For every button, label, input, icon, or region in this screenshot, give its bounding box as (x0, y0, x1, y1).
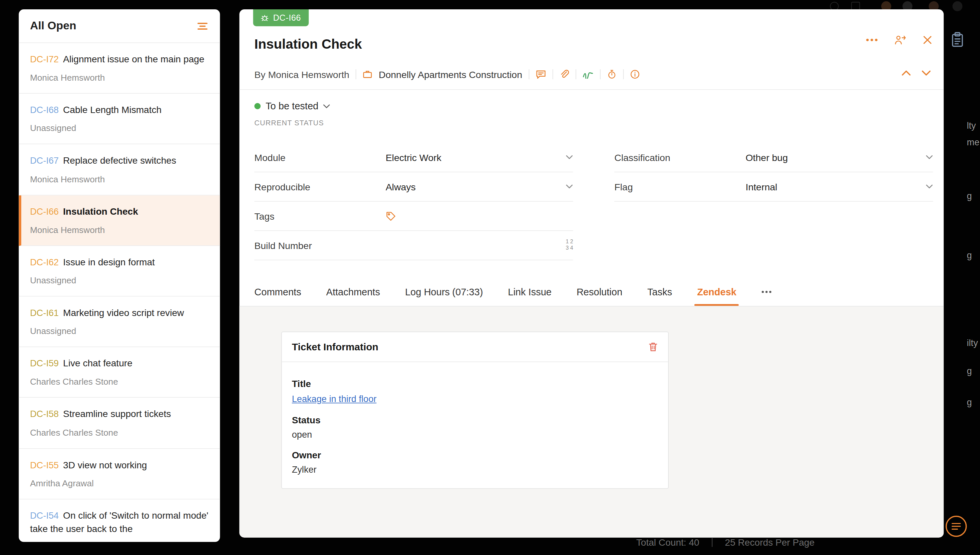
chevron-up-icon[interactable] (901, 70, 911, 76)
tab-log-hours[interactable]: Log Hours(07:33) (405, 278, 483, 306)
issue-id: DC-I67 (30, 156, 59, 166)
issue-title: 3D view not working (63, 459, 147, 470)
issue-id: DC-I68 (30, 105, 59, 115)
tab-link-issue[interactable]: Link Issue (508, 278, 552, 306)
paperclip-icon[interactable] (559, 69, 569, 79)
chevron-down-icon[interactable] (925, 155, 933, 160)
zendesk-ticket-card: Ticket Information Title Leakage in thir… (281, 332, 669, 489)
reporter: By Monica Hemsworth (254, 69, 349, 80)
bug-icon (261, 14, 269, 22)
issue-list-item[interactable]: DC-I67Replace defective switches Monica … (19, 144, 220, 195)
issue-assignee: Monica Hemsworth (30, 173, 209, 185)
issue-assignee: Charles Charles Stone (30, 427, 209, 438)
fields-left-column: Module Electric Work Reproducible Always… (254, 143, 573, 260)
status-label: To be tested (266, 101, 318, 112)
close-icon[interactable] (923, 35, 933, 45)
feedback-icon (951, 523, 961, 530)
field-label: Flag (614, 181, 745, 192)
sidebar-header: All Open (19, 9, 220, 43)
issue-list-item[interactable]: DC-I59Live chat feature Charles Charles … (19, 347, 220, 398)
issue-id: DC-I54 (30, 511, 59, 521)
issue-key: DC-I66 (273, 13, 301, 22)
ticket-card-title: Ticket Information (292, 341, 378, 353)
chevron-down-icon (323, 104, 330, 108)
field-value: Other bug (745, 152, 925, 163)
field-label: Classification (614, 152, 745, 163)
edge-text-fragment: g (967, 366, 972, 376)
comment-icon[interactable] (535, 69, 546, 80)
issue-assignee: Unassigned (30, 325, 209, 337)
chevron-down-icon[interactable] (566, 155, 573, 160)
status-caption: CURRENT STATUS (254, 119, 323, 127)
share-icon[interactable] (894, 34, 906, 46)
field-value: Electric Work (386, 152, 566, 163)
filter-icon[interactable] (196, 20, 209, 32)
tab-tasks[interactable]: Tasks (647, 278, 672, 306)
field-row-classification[interactable]: Classification Other bug (614, 143, 933, 172)
issue-list-item[interactable]: DC-I54On click of 'Switch to normal mode… (19, 499, 220, 542)
divider (529, 69, 529, 79)
issue-assignee: Monica Hemsworth (30, 72, 209, 83)
ticket-field-value: Zylker (292, 465, 658, 475)
issue-list-item[interactable]: DC-I61Marketing video script review Unas… (19, 297, 220, 347)
issue-list-item[interactable]: DC-I72Alignment issue on the main page M… (19, 43, 220, 94)
tab-attachments[interactable]: Attachments (326, 278, 380, 306)
numbers-icon[interactable]: 1 2 3 4 (566, 239, 573, 252)
tab-label: Zendesk (697, 286, 736, 298)
ticket-title-link[interactable]: Leakage in third floor (292, 394, 377, 404)
project-name[interactable]: Donnelly Apartments Construction (379, 69, 522, 80)
chevron-down-icon[interactable] (921, 70, 931, 76)
more-icon[interactable] (866, 38, 878, 42)
field-row-build-number[interactable]: Build Number 1 2 3 4 (254, 231, 573, 260)
divider (575, 69, 576, 79)
chevron-down-icon[interactable] (925, 184, 933, 189)
dimmed-topbar (0, 0, 980, 9)
field-row-tags[interactable]: Tags (254, 202, 573, 231)
trash-icon[interactable] (648, 342, 658, 352)
tab-comments[interactable]: Comments (254, 278, 301, 306)
field-label: Module (254, 152, 385, 163)
field-value: Always (386, 181, 566, 192)
field-label: Tags (254, 211, 385, 221)
field-label: Reproducible (254, 181, 385, 192)
status-dropdown[interactable]: To be tested (254, 101, 330, 112)
header-actions (866, 34, 932, 46)
dimmed-pagination-bar: Total Count: 40 25 Records Per Page (636, 537, 814, 548)
divider (356, 69, 356, 79)
divider (712, 538, 712, 547)
issue-byline: By Monica Hemsworth Donnelly Apartments … (254, 67, 640, 82)
page-title: Insulation Check (254, 37, 362, 53)
ticket-field-status: Status open (292, 415, 658, 440)
issue-list-item[interactable]: DC-I58Streamline support tickets Charles… (19, 398, 220, 449)
tag-icon[interactable] (386, 211, 573, 221)
issue-list-item[interactable]: DC-I62Issue in design format Unassigned (19, 245, 220, 296)
issue-id: DC-I59 (30, 358, 59, 368)
info-icon[interactable] (630, 69, 640, 79)
tab-label: Comments (254, 286, 301, 298)
issue-title: Replace defective switches (63, 155, 176, 166)
records-per-page[interactable]: 25 Records Per Page (725, 537, 815, 548)
tabs-more-icon[interactable] (761, 278, 772, 306)
sidebar-title: All Open (30, 19, 76, 32)
issue-list-item-selected[interactable]: DC-I66Insulation Check Monica Hemsworth (19, 195, 220, 245)
timer-icon[interactable] (607, 69, 616, 79)
issue-list-item[interactable]: DC-I553D view not working Amritha Agrawa… (19, 449, 220, 499)
issue-list-item[interactable]: DC-I68Cable Length Mismatch Unassigned (19, 94, 220, 144)
ticket-field-label: Status (292, 415, 658, 425)
field-value: Internal (745, 181, 925, 192)
field-row-flag[interactable]: Flag Internal (614, 172, 933, 202)
issue-title: Issue in design format (63, 256, 155, 267)
issue-assignee: Unassigned (30, 123, 209, 134)
feedback-button[interactable] (946, 516, 967, 537)
tab-label: Link Issue (508, 286, 552, 298)
clipboard-icon[interactable] (950, 31, 965, 48)
issue-list: DC-I72Alignment issue on the main page M… (19, 43, 220, 542)
field-row-reproducible[interactable]: Reproducible Always (254, 172, 573, 202)
field-row-module[interactable]: Module Electric Work (254, 143, 573, 172)
chevron-down-icon[interactable] (566, 184, 573, 189)
tab-label: Tasks (647, 286, 672, 298)
tab-resolution[interactable]: Resolution (576, 278, 622, 306)
dimmed-avatar (952, 1, 962, 11)
tab-zendesk[interactable]: Zendesk (697, 278, 736, 306)
signature-icon[interactable] (582, 70, 594, 79)
